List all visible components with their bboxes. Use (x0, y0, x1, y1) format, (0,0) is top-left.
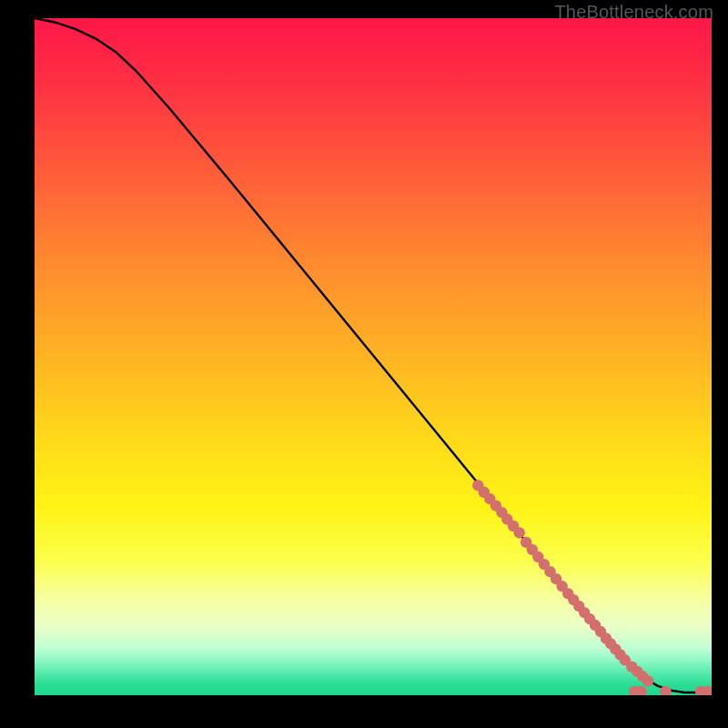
curve-line (35, 18, 712, 693)
data-marker (642, 675, 653, 686)
chart-svg (35, 18, 712, 695)
plot-area (35, 18, 712, 695)
chart-stage: TheBottleneck.com (0, 0, 728, 728)
data-marker (514, 527, 525, 538)
